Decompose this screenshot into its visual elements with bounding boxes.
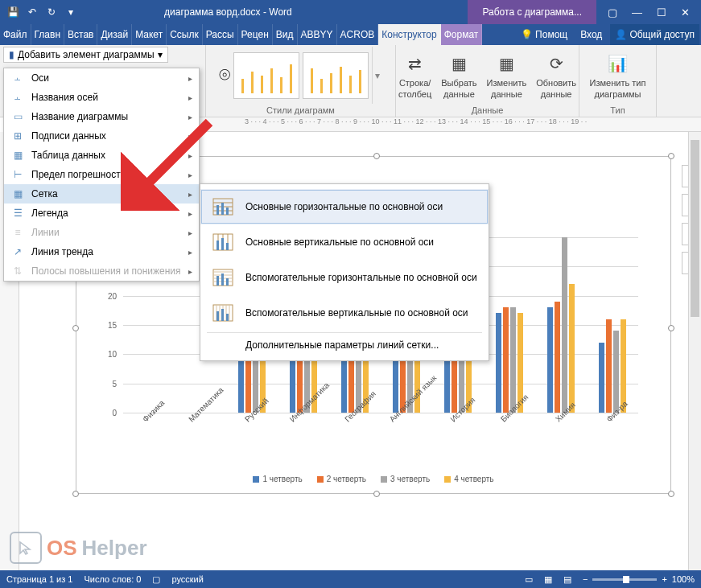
chart-style-1[interactable] [233, 52, 299, 99]
menu-icon: ☰ [10, 207, 25, 220]
page-indicator[interactable]: Страница 1 из 1 [6, 574, 72, 584]
tab-home[interactable]: Главн [31, 24, 65, 45]
title-bar: 💾 ↶ ↻ ▾ диаграмма ворд.docx - Word Работ… [0, 0, 701, 24]
word-count[interactable]: Число слов: 0 [84, 574, 141, 584]
zoom-in-icon[interactable]: + [662, 574, 666, 584]
view-web-icon[interactable]: ▤ [563, 574, 571, 585]
svg-rect-11 [216, 241, 219, 250]
select-data-button[interactable]: ▦Выбрать данные [438, 49, 480, 101]
menu-item-3[interactable]: ⊞Подписи данных▸ [4, 126, 199, 146]
tab-view[interactable]: Вид [273, 24, 298, 45]
svg-rect-19 [216, 276, 219, 286]
tab-acrobat[interactable]: ACROB [337, 24, 379, 45]
zoom-control[interactable]: − + 100% [583, 574, 695, 584]
resize-handle[interactable] [373, 491, 380, 497]
tab-abbyy[interactable]: ABBYY [298, 24, 337, 45]
tab-design[interactable]: Дизай [97, 24, 132, 45]
undo-icon[interactable]: ↶ [26, 6, 39, 19]
share-icon: 👤 [615, 29, 627, 40]
add-chart-element-button[interactable]: ▮ Добавить элемент диаграммы ▾ [3, 47, 168, 63]
submenu-more-options[interactable]: Дополнительные параметры линий сетки... [200, 335, 489, 356]
tab-references[interactable]: Ссылк [167, 24, 203, 45]
menu-item-2[interactable]: ▭Название диаграммы▸ [4, 107, 199, 126]
menu-item-4[interactable]: ▦Таблица данных▸ [4, 146, 199, 165]
status-bar: Страница 1 из 1 Число слов: 0 ▢ русский … [0, 570, 701, 588]
minimize-icon[interactable]: — [632, 6, 642, 19]
menu-item-1[interactable]: ⫠Названия осей▸ [4, 88, 199, 107]
proofing-icon[interactable]: ▢ [152, 574, 160, 585]
resize-handle[interactable] [72, 491, 79, 497]
resize-handle[interactable] [668, 491, 674, 497]
submenu-item[interactable]: Вспомогательные вертикальные по основной… [200, 295, 489, 331]
language-indicator[interactable]: русский [171, 574, 203, 584]
zoom-slider[interactable] [592, 578, 657, 581]
tab-file[interactable]: Файл [0, 24, 31, 45]
chart-style-2[interactable] [303, 52, 369, 99]
edit-data-button[interactable]: ▦Изменить данные [484, 49, 530, 101]
styles-more-icon[interactable]: ▾ [372, 47, 382, 104]
color-palette-icon[interactable]: ⦾ [219, 67, 230, 84]
maximize-icon[interactable]: ☐ [657, 6, 666, 19]
chevron-right-icon: ▸ [188, 132, 192, 141]
switch-row-col-button[interactable]: ⇄Строка/ столбец [395, 49, 435, 101]
menu-item-7[interactable]: ☰Легенда▸ [4, 204, 199, 223]
resize-handle[interactable] [668, 325, 674, 331]
chart-styles-icon[interactable]: 🖌 [682, 223, 688, 245]
grid-v-minor-icon [212, 303, 234, 323]
redo-icon[interactable]: ↻ [45, 6, 58, 19]
submenu-item[interactable]: Основные вертикальные по основной оси [200, 224, 489, 260]
menu-item-9[interactable]: ↗Линия тренда▸ [4, 242, 199, 261]
menu-icon: ▦ [10, 149, 25, 162]
menu-item-8: ≡Линии▸ [4, 223, 199, 242]
chevron-down-icon: ▾ [158, 49, 163, 60]
chart-layout-icon[interactable]: ≡ [682, 165, 688, 187]
zoom-out-icon[interactable]: − [583, 574, 588, 584]
share-button[interactable]: 👤Общий доступ [610, 24, 699, 45]
resize-handle[interactable] [72, 325, 79, 331]
tab-mailings[interactable]: Рассы [203, 24, 238, 45]
sign-in[interactable]: Вход [575, 29, 607, 40]
menu-item-6[interactable]: ▦Сетка▸ [4, 184, 199, 204]
tab-layout[interactable]: Макет [132, 24, 167, 45]
view-print-icon[interactable]: ▦ [544, 574, 552, 585]
resize-handle[interactable] [668, 153, 674, 159]
chevron-right-icon: ▸ [188, 171, 192, 179]
save-icon[interactable]: 💾 [6, 6, 19, 19]
menu-item-5[interactable]: ⊢Предел погрешностей▸ [4, 165, 199, 184]
svg-rect-28 [216, 311, 219, 321]
ribbon-display-icon[interactable]: ▢ [608, 6, 617, 19]
tab-format[interactable]: Формат [441, 24, 483, 45]
chevron-right-icon: ▸ [188, 113, 192, 121]
watermark-logo: OS Helper [10, 532, 147, 564]
chevron-right-icon: ▸ [188, 267, 192, 276]
close-icon[interactable]: ✕ [681, 6, 690, 19]
chart-quick-buttons: ≡ + 🖌 ▼ [682, 165, 688, 274]
chart-type-icon: 📊 [604, 51, 630, 76]
submenu-item[interactable]: Вспомогательные горизонтальные по основн… [200, 260, 489, 295]
cursor-icon [10, 532, 42, 564]
scroll-thumb[interactable] [691, 140, 699, 317]
refresh-data-button[interactable]: ⟳Обновить данные [533, 49, 579, 101]
vertical-scrollbar[interactable] [688, 132, 701, 570]
zoom-value[interactable]: 100% [672, 574, 695, 584]
submenu-item[interactable]: Основные горизонтальные по основной оси [200, 189, 489, 224]
tab-insert[interactable]: Встав [64, 24, 97, 45]
menu-item-0[interactable]: ⫠Оси▸ [4, 68, 199, 88]
grid-v-icon [212, 232, 234, 252]
svg-rect-20 [221, 273, 224, 286]
tab-review[interactable]: Рецен [238, 24, 273, 45]
menu-icon: ⇅ [10, 265, 25, 278]
chart-legend[interactable]: 1 четверть2 четверть3 четверть4 четверть [76, 475, 670, 483]
chart-elements-icon[interactable]: + [682, 194, 688, 216]
quick-access-toolbar: 💾 ↶ ↻ ▾ [0, 6, 84, 19]
tab-constructor[interactable]: Конструктор [378, 24, 440, 45]
resize-handle[interactable] [373, 153, 380, 159]
qat-dropdown-icon[interactable]: ▾ [64, 6, 77, 19]
grid-h-icon [212, 197, 234, 216]
change-chart-type-button[interactable]: 📊Изменить тип диаграммы [587, 49, 649, 101]
chevron-right-icon: ▸ [188, 151, 192, 160]
menu-icon: ⊞ [10, 130, 25, 142]
view-read-icon[interactable]: ▭ [525, 574, 533, 585]
tell-me[interactable]: 💡Помощ [516, 29, 572, 40]
chart-filters-icon[interactable]: ▼ [682, 252, 688, 274]
